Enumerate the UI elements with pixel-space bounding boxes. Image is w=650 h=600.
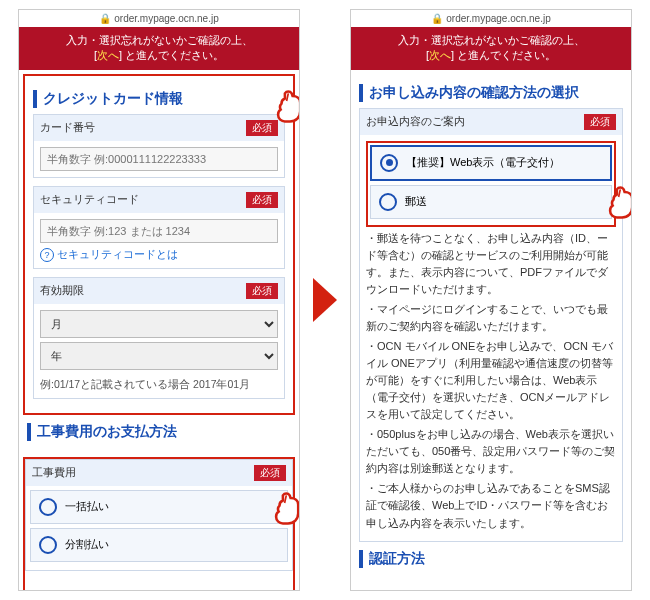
address-bar: 🔒order.mypage.ocn.ne.jp bbox=[351, 10, 631, 27]
banner-line1: 入力・選択忘れがないかご確認の上、 bbox=[23, 33, 295, 48]
desc-line: ・郵送を待つことなく、お申し込み内容（ID、ード等含む）の確認とサービスのご利用… bbox=[366, 230, 616, 298]
radio-mail-label: 郵送 bbox=[405, 194, 427, 209]
highlight-box-radio: 【推奨】Web表示（電子交付） 郵送 bbox=[366, 141, 616, 227]
section-credit-card: クレジットカード情報 bbox=[33, 90, 285, 108]
required-badge: 必須 bbox=[246, 192, 278, 208]
step-arrow bbox=[308, 278, 342, 322]
warning-banner: 入力・選択忘れがないかご確認の上、 [次へ] と進んでください。 bbox=[19, 27, 299, 70]
radio-web[interactable]: 【推奨】Web表示（電子交付） bbox=[370, 145, 612, 181]
card-number-label: カード番号 bbox=[40, 120, 95, 135]
radio-icon bbox=[380, 154, 398, 172]
required-badge: 必須 bbox=[246, 120, 278, 136]
radio-mail[interactable]: 郵送 bbox=[370, 185, 612, 219]
expiry-block: 有効期限 必須 月 年 例:01/17と記載されている場合 2017年01月 bbox=[33, 277, 285, 399]
banner-line2: [次へ] と進んでください。 bbox=[355, 48, 627, 63]
required-badge: 必須 bbox=[584, 114, 616, 130]
url-text: order.mypage.ocn.ne.jp bbox=[114, 13, 219, 24]
security-code-help-link[interactable]: セキュリティコードとは bbox=[40, 247, 178, 262]
required-badge: 必須 bbox=[254, 465, 286, 481]
left-screen: 🔒order.mypage.ocn.ne.jp 入力・選択忘れがないかご確認の上… bbox=[18, 9, 300, 591]
expiry-note: 例:01/17と記載されている場合 2017年01月 bbox=[40, 378, 278, 392]
guide-block: お申込内容のご案内 必須 【推奨】Web表示（電子交付） 郵送 ・郵送を待つこと… bbox=[359, 108, 623, 542]
card-number-block: カード番号 必須 bbox=[33, 114, 285, 178]
required-badge: 必須 bbox=[246, 283, 278, 299]
desc-line: ・マイページにログインすることで、いつでも最新のご契約内容を確認いただけます。 bbox=[366, 301, 616, 335]
desc-line: ・ご本人様からのお申し込みであることをSMS認証で確認後、Web上でID・パスワ… bbox=[366, 480, 616, 531]
radio-web-label: 【推奨】Web表示（電子交付） bbox=[406, 155, 560, 170]
radio-icon bbox=[39, 498, 57, 516]
radio-lump[interactable]: 一括払い bbox=[30, 490, 288, 524]
highlight-box-cc: クレジットカード情報 カード番号 必須 セキュリティコード 必須 セキュリティコ… bbox=[23, 74, 295, 415]
radio-split-label: 分割払い bbox=[65, 537, 109, 552]
lock-icon: 🔒 bbox=[99, 13, 111, 24]
address-bar: 🔒order.mypage.ocn.ne.jp bbox=[19, 10, 299, 27]
banner-line2: [次へ] と進んでください。 bbox=[23, 48, 295, 63]
section-confirm-method: お申し込み内容の確認方法の選択 bbox=[359, 84, 623, 102]
security-code-block: セキュリティコード 必須 セキュリティコードとは bbox=[33, 186, 285, 269]
desc-line: ・OCN モバイル ONEをお申し込みで、OCN モバイル ONEアプリ（利用量… bbox=[366, 338, 616, 423]
banner-line1: 入力・選択忘れがないかご確認の上、 bbox=[355, 33, 627, 48]
radio-icon bbox=[379, 193, 397, 211]
expiry-label: 有効期限 bbox=[40, 283, 84, 298]
section-construction-pay: 工事費用のお支払方法 bbox=[27, 423, 291, 441]
description-text: ・郵送を待つことなく、お申し込み内容（ID、ード等含む）の確認とサービスのご利用… bbox=[366, 230, 616, 532]
url-text: order.mypage.ocn.ne.jp bbox=[446, 13, 551, 24]
right-screen: 🔒order.mypage.ocn.ne.jp 入力・選択忘れがないかご確認の上… bbox=[350, 9, 632, 591]
desc-line: ・050plusをお申し込みの場合、Web表示を選択いただいても、050番号、設… bbox=[366, 426, 616, 477]
pay-label: 工事費用 bbox=[32, 465, 76, 480]
highlight-box-pay: 工事費用 必須 一括払い 分割払い bbox=[23, 457, 295, 591]
section-auth-method: 認証方法 bbox=[359, 550, 623, 568]
expiry-year-select[interactable]: 年 bbox=[40, 342, 278, 370]
security-code-label: セキュリティコード bbox=[40, 192, 139, 207]
radio-icon bbox=[39, 536, 57, 554]
arrow-right-icon bbox=[313, 278, 337, 322]
card-number-input[interactable] bbox=[40, 147, 278, 171]
warning-banner: 入力・選択忘れがないかご確認の上、 [次へ] と進んでください。 bbox=[351, 27, 631, 70]
expiry-month-select[interactable]: 月 bbox=[40, 310, 278, 338]
security-code-input[interactable] bbox=[40, 219, 278, 243]
radio-split[interactable]: 分割払い bbox=[30, 528, 288, 562]
guide-label: お申込内容のご案内 bbox=[366, 114, 465, 129]
lock-icon: 🔒 bbox=[431, 13, 443, 24]
radio-lump-label: 一括払い bbox=[65, 499, 109, 514]
